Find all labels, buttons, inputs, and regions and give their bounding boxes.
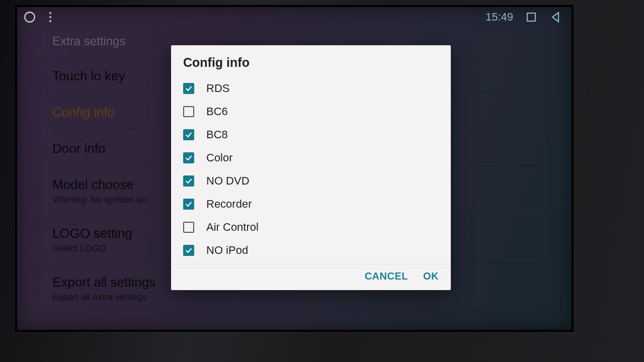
config-option[interactable]: NO iPod: [180, 239, 442, 262]
config-option-label: BC8: [206, 128, 228, 141]
cancel-button[interactable]: CANCEL: [365, 270, 408, 282]
config-option[interactable]: Recorder: [180, 193, 442, 216]
checkbox-checked-icon[interactable]: [183, 129, 194, 140]
dialog-actions: CANCEL OK: [171, 264, 451, 290]
ok-button[interactable]: OK: [423, 270, 439, 282]
config-info-dialog: Config info RDSBC6BC8ColorNO DVDRecorder…: [171, 45, 451, 290]
config-option-label: Color: [206, 151, 233, 164]
checkbox-checked-icon[interactable]: [183, 175, 194, 187]
config-option[interactable]: Air Control: [180, 216, 442, 239]
dialog-body: RDSBC6BC8ColorNO DVDRecorderAir ControlN…: [171, 77, 451, 264]
config-option[interactable]: BC6: [180, 100, 442, 123]
config-option-label: BC6: [206, 105, 228, 118]
config-option-label: NO DVD: [206, 174, 250, 188]
checkbox-checked-icon[interactable]: [183, 152, 194, 163]
config-option[interactable]: Color: [180, 146, 442, 169]
checkbox-unchecked-icon[interactable]: [183, 222, 194, 233]
checkbox-unchecked-icon[interactable]: [183, 106, 194, 117]
config-option-label: Air Control: [206, 221, 259, 234]
head-unit-screen: 15:49 Extra settings Touch lo keyConfig …: [15, 5, 574, 332]
dialog-title: Config info: [171, 45, 451, 77]
checkbox-checked-icon[interactable]: [183, 83, 194, 94]
config-option-label: NO iPod: [206, 244, 248, 257]
config-option[interactable]: NO DVD: [180, 169, 442, 193]
checkbox-checked-icon[interactable]: [183, 199, 194, 210]
config-option[interactable]: RDS: [180, 77, 442, 100]
config-option-label: Recorder: [206, 198, 252, 211]
checkbox-checked-icon[interactable]: [183, 245, 194, 256]
config-option-label: RDS: [206, 82, 229, 95]
config-option[interactable]: BC8: [180, 123, 442, 146]
